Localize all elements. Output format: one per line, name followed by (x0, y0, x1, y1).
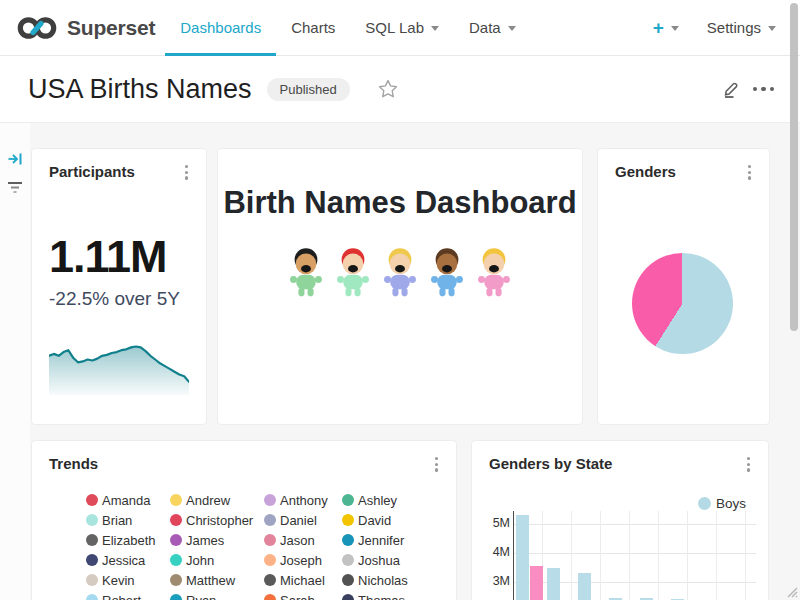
nav-item-label: SQL Lab (365, 19, 424, 36)
legend-swatch (698, 497, 711, 510)
legend-item-james[interactable]: James (170, 533, 264, 547)
vertical-scrollbar-thumb[interactable] (790, 3, 798, 331)
legend-label: Amanda (102, 493, 150, 508)
star-icon (377, 78, 399, 100)
legend-item-brian[interactable]: Brian (86, 513, 170, 527)
add-new-button[interactable]: + (653, 18, 679, 37)
legend-item-michael[interactable]: Michael (264, 573, 342, 587)
card-title: Genders by State (489, 455, 612, 472)
child-figure (425, 246, 469, 298)
legend-label: Jessica (102, 553, 145, 568)
chevron-down-icon (431, 26, 439, 31)
big-number-subheader: -22.5% over 5Y (49, 288, 180, 310)
legend-swatch (170, 594, 182, 600)
superset-logo-icon (16, 13, 58, 43)
legend-swatch (264, 514, 276, 526)
legend-item-jennifer[interactable]: Jennifer (342, 533, 408, 547)
chart-menu-button[interactable] (746, 163, 753, 182)
chevron-down-icon (768, 26, 776, 31)
legend-swatch (86, 554, 98, 566)
trends-legend: AmandaAndrewAnthonyAshleyBrianChristophe… (86, 493, 408, 600)
brand-name: Superset (67, 16, 155, 40)
legend-item-robert[interactable]: Robert (86, 593, 170, 600)
legend-item-ryan[interactable]: Ryan (170, 593, 264, 600)
status-badge[interactable]: Published (267, 78, 350, 101)
resize-grip-icon[interactable] (783, 583, 798, 598)
nav-menu: DashboardsChartsSQL LabData (165, 0, 530, 55)
gridline (600, 511, 601, 600)
legend-label: Andrew (186, 493, 230, 508)
legend-item-joseph[interactable]: Joseph (264, 553, 342, 567)
genders-pie (632, 253, 733, 354)
legend-item-elizabeth[interactable]: Elizabeth (86, 533, 170, 547)
expand-filter-bar-button[interactable] (7, 151, 23, 167)
dashboard-grid: Participants 1.11M -22.5% over 5Y Birth … (0, 123, 800, 600)
ellipsis-icon (753, 87, 758, 92)
legend-item-nicholas[interactable]: Nicholas (342, 573, 408, 587)
nav-item-sql-lab[interactable]: SQL Lab (350, 0, 454, 55)
legend-label: Elizabeth (102, 533, 155, 548)
legend-item-john[interactable]: John (170, 553, 264, 567)
child-figure (331, 246, 375, 298)
legend-swatch (342, 594, 354, 600)
superset-logo[interactable]: Superset (0, 0, 155, 55)
legend-item-matthew[interactable]: Matthew (170, 573, 264, 587)
legend-swatch (264, 574, 276, 586)
legend-item-thomas[interactable]: Thomas (342, 593, 408, 600)
legend-item-joshua[interactable]: Joshua (342, 553, 408, 567)
gridline (571, 511, 572, 600)
legend-item-andrew[interactable]: Andrew (170, 493, 264, 507)
legend-item-anthony[interactable]: Anthony (264, 493, 342, 507)
legend-item-amanda[interactable]: Amanda (86, 493, 170, 507)
legend-item-christopher[interactable]: Christopher (170, 513, 264, 527)
chart-menu-button[interactable] (183, 163, 190, 182)
legend-swatch (170, 574, 182, 586)
legend-swatch (170, 534, 182, 546)
legend-item-kevin[interactable]: Kevin (86, 573, 170, 587)
favorite-star-button[interactable] (377, 78, 399, 100)
nav-item-label: Data (469, 19, 501, 36)
legend-label: Joshua (358, 553, 400, 568)
card-trends: Trends AmandaAndrewAnthonyAshleyBrianChr… (31, 440, 457, 600)
legend-label: David (358, 513, 391, 528)
legend-label: Brian (102, 513, 132, 528)
legend-label: Robert (102, 593, 141, 600)
legend-label: Christopher (186, 513, 253, 528)
markdown-heading: Birth Names Dashboard (218, 185, 582, 221)
legend-item-jessica[interactable]: Jessica (86, 553, 170, 567)
nav-item-dashboards[interactable]: Dashboards (165, 0, 276, 55)
settings-menu[interactable]: Settings (707, 19, 776, 36)
filter-button[interactable] (7, 181, 23, 195)
card-title: Genders (615, 163, 676, 180)
gridline (745, 511, 746, 600)
header-actions (721, 79, 800, 99)
plus-icon: + (653, 18, 664, 37)
bar-girls (530, 566, 543, 600)
nav-item-charts[interactable]: Charts (276, 0, 350, 55)
gridline (716, 511, 717, 600)
legend-label: James (186, 533, 224, 548)
expand-right-icon (7, 151, 23, 167)
legend-swatch (170, 494, 182, 506)
legend-item-daniel[interactable]: Daniel (264, 513, 342, 527)
y-axis-line (513, 511, 514, 600)
legend-item-jason[interactable]: Jason (264, 533, 342, 547)
legend-item-sarah[interactable]: Sarah (264, 593, 342, 600)
legend-swatch (264, 494, 276, 506)
legend-label: Sarah (280, 593, 315, 600)
legend-swatch (264, 594, 276, 600)
nav-item-data[interactable]: Data (454, 0, 531, 55)
card-header: Participants (32, 149, 206, 182)
legend-label: Ryan (186, 593, 216, 600)
more-actions-button[interactable] (753, 87, 775, 92)
child-figure (284, 246, 328, 298)
legend-item-david[interactable]: David (342, 513, 408, 527)
chart-menu-button[interactable] (433, 455, 440, 474)
child-figure (378, 246, 422, 298)
gridline (629, 511, 630, 600)
chart-menu-button[interactable] (745, 455, 752, 474)
legend-item-ashley[interactable]: Ashley (342, 493, 408, 507)
legend-swatch (86, 534, 98, 546)
edit-dashboard-button[interactable] (721, 79, 741, 99)
state-legend-boys[interactable]: Boys (698, 496, 746, 511)
